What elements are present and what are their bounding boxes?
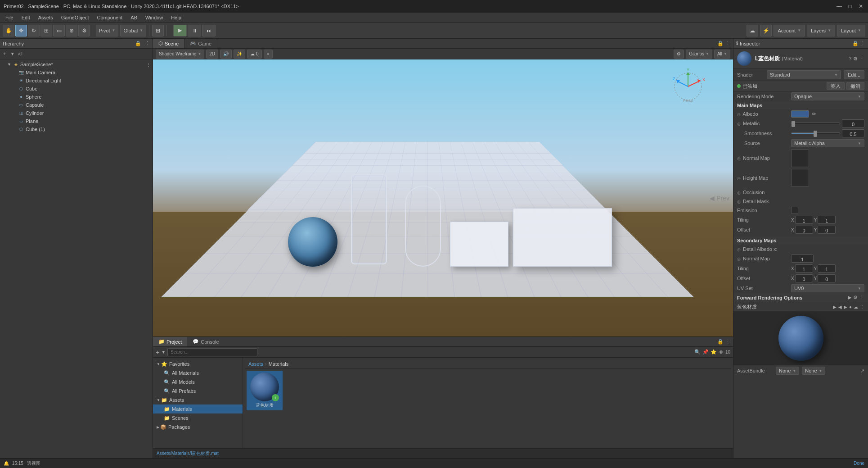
tiling2-x-input[interactable]: 1 — [795, 264, 813, 273]
metallic-input[interactable]: 0 — [842, 119, 864, 127]
breadcrumb-assets[interactable]: Assets — [248, 361, 263, 367]
layers-dropdown[interactable]: Layers ▼ — [807, 25, 835, 36]
preview-more-icon[interactable]: ⋮ — [860, 304, 864, 309]
minimize-button[interactable]: — — [836, 3, 843, 10]
grid-snap-tool[interactable]: ⊞ — [152, 25, 164, 36]
project-pin-icon[interactable]: 📌 — [702, 349, 709, 355]
uv-set-dropdown[interactable]: UV0 ▼ — [791, 284, 864, 292]
height-map-slot[interactable] — [791, 169, 809, 187]
all-layers-dropdown[interactable]: All ▼ — [714, 50, 730, 59]
menu-component[interactable]: Component — [93, 14, 126, 21]
tab-game[interactable]: 🎮 Game — [184, 39, 217, 48]
preview-next-icon[interactable]: ▶ — [844, 304, 847, 309]
asset-bundle-arrow-icon[interactable]: ↗ — [860, 368, 864, 374]
asset-bundle-dropdown2[interactable]: None ▼ — [802, 367, 825, 375]
view-more[interactable]: ⋮ — [725, 41, 730, 46]
menu-edit[interactable]: Edit — [18, 14, 34, 21]
menu-file[interactable]: File — [2, 14, 17, 21]
hierarchy-item-capsule[interactable]: ⬭ Capsule — [0, 101, 153, 109]
preview-env-icon[interactable]: ☁ — [854, 304, 858, 309]
view-lock[interactable]: 🔒 — [717, 41, 724, 46]
preview-dot-icon[interactable]: ● — [849, 304, 852, 309]
menu-ab[interactable]: AB — [127, 14, 141, 21]
packages-folder[interactable]: ▶ 📦 Packages — [153, 423, 243, 432]
cloud-icon[interactable]: ⚡ — [760, 25, 772, 36]
metallic-slider[interactable] — [791, 123, 840, 124]
hierarchy-item-dir-light[interactable]: ☀ Directional Light — [0, 77, 153, 85]
audio-toggle[interactable]: 🔊 — [220, 50, 232, 59]
global-dropdown[interactable]: Global ▼ — [120, 25, 146, 36]
hierarchy-lock[interactable]: 🔒 — [135, 41, 141, 46]
tiling-y-input[interactable]: 1 — [818, 216, 836, 224]
signin-button[interactable]: 签入 — [827, 82, 845, 90]
tiling-x-input[interactable]: 1 — [795, 216, 813, 224]
menu-help[interactable]: Help — [167, 14, 185, 21]
add-asset-dropdown[interactable]: ▼ — [161, 350, 166, 354]
inspector-more[interactable]: ⋮ — [860, 41, 865, 46]
transform-tool[interactable]: ⊕ — [66, 25, 77, 36]
menu-assets[interactable]: Assets — [35, 14, 57, 21]
albedo-color-swatch[interactable] — [791, 110, 809, 118]
pause-button[interactable]: ⏸ — [188, 25, 201, 36]
forward-rendering-row[interactable]: Forward Rendering Options ▶ ⚙ ⋮ — [733, 293, 868, 302]
asset-item-blue-material[interactable]: + 蓝色材质 — [247, 371, 283, 410]
custom-tool[interactable]: ⚙ — [78, 25, 90, 36]
project-search-icon[interactable]: 🔍 — [694, 349, 701, 355]
bottom-lock[interactable]: 🔒 — [717, 339, 724, 345]
fx-toggle[interactable]: ✨ — [234, 50, 245, 59]
scene-settings[interactable]: ⚙ — [674, 50, 684, 59]
materials-subfolder[interactable]: 📁 Materials — [153, 404, 243, 413]
step-button[interactable]: ⏭ — [202, 25, 216, 36]
smoothness-input[interactable]: 0.5 — [842, 129, 864, 137]
hierarchy-scene-root[interactable]: ▼ ◈ SampleScene* ⋮ — [0, 60, 153, 68]
fwd-play-icon[interactable]: ▶ — [848, 295, 851, 300]
pivot-dropdown[interactable]: Pivot ▼ — [96, 25, 118, 36]
smoothness-slider-thumb[interactable] — [814, 131, 817, 137]
hierarchy-item-main-camera[interactable]: 📷 Main Camera — [0, 68, 153, 77]
rotate-tool[interactable]: ↻ — [28, 25, 40, 36]
source-dropdown[interactable]: Metallic Alpha ▼ — [791, 139, 864, 147]
menu-window[interactable]: Window — [142, 14, 166, 21]
tiling2-y-input[interactable]: 1 — [818, 264, 836, 273]
fwd-more-icon[interactable]: ⋮ — [859, 295, 864, 300]
smoothness-slider[interactable] — [791, 132, 840, 134]
rect-tool[interactable]: ▭ — [53, 25, 65, 36]
hierarchy-more[interactable]: ⋮ — [145, 41, 150, 46]
collab-icon[interactable]: ☁ — [747, 25, 758, 36]
hierarchy-item-cube[interactable]: ⬡ Cube — [0, 85, 153, 93]
offset-y-input[interactable]: 0 — [818, 226, 836, 234]
gizmos-dropdown[interactable]: Gizmos ▼ — [686, 50, 712, 59]
tab-project[interactable]: 📁 Project — [153, 337, 187, 346]
preview-prev-icon[interactable]: ◀ — [838, 304, 842, 309]
material-more-icon[interactable]: ⋮ — [859, 56, 864, 62]
hierarchy-item-cylinder[interactable]: ◫ Cylinder — [0, 109, 153, 117]
rendering-mode-dropdown[interactable]: Opaque ▼ — [791, 92, 864, 100]
all-prefabs-item[interactable]: 🔍 All Prefabs — [153, 386, 243, 395]
all-materials-item[interactable]: 🔍 All Materials — [153, 368, 243, 377]
add-object-button[interactable]: + — [2, 51, 7, 57]
material-question-icon[interactable]: ? — [849, 56, 851, 61]
all-models-item[interactable]: 🔍 All Models — [153, 377, 243, 386]
secondary-maps-section[interactable]: Secondary Maps — [733, 236, 868, 245]
tab-console[interactable]: 💬 Console — [187, 337, 224, 346]
albedo-edit-icon[interactable]: ✏ — [811, 111, 817, 117]
scene-more[interactable]: ⋮ — [146, 62, 151, 67]
breadcrumb-materials[interactable]: Materials — [269, 361, 289, 367]
scale-tool[interactable]: ⊞ — [40, 25, 52, 36]
move-tool[interactable]: ✥ — [15, 25, 27, 36]
layers-visibility[interactable]: ☁ 0 — [247, 50, 262, 59]
project-star-icon[interactable]: ⭐ — [711, 349, 717, 355]
menu-gameobject[interactable]: GameObject — [58, 14, 93, 21]
layout-dropdown[interactable]: Layout ▼ — [837, 25, 865, 36]
normal-map-slot[interactable] — [791, 149, 809, 167]
hierarchy-tab[interactable]: Hierarchy — [3, 41, 24, 46]
shader-dropdown[interactable]: Standard ▼ — [767, 70, 841, 79]
scenes-subfolder[interactable]: 📁 Scenes — [153, 413, 243, 423]
discard-button[interactable]: 撤消 — [846, 82, 864, 90]
inspector-lock[interactable]: 🔒 — [852, 41, 859, 46]
asset-bundle-dropdown1[interactable]: None ▼ — [776, 367, 799, 375]
scene-viewport[interactable]: Y X Z Persp ◀ Prev — [153, 59, 733, 336]
favorites-folder[interactable]: ▼ ⭐ Favorites — [153, 359, 243, 368]
scene-prev-arrow[interactable]: ◀ Prev — [710, 195, 729, 202]
assets-root-folder[interactable]: ▼ 📁 Assets — [153, 395, 243, 404]
